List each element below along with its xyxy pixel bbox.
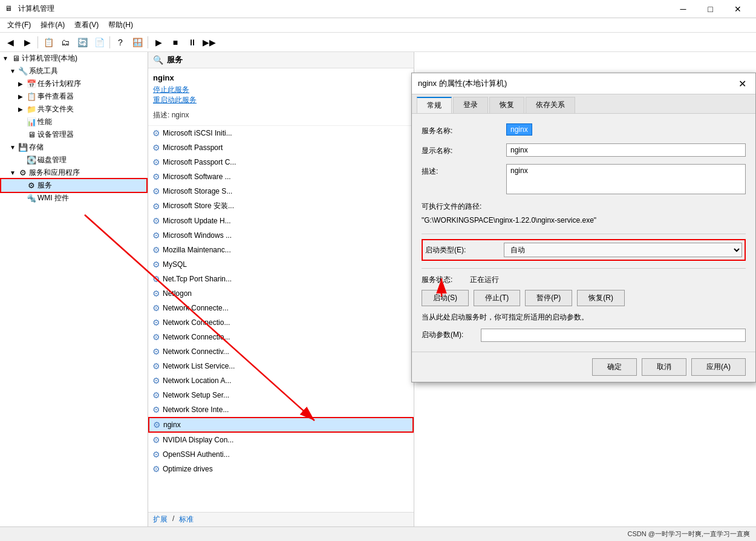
tab-login[interactable]: 登录 xyxy=(453,97,488,113)
tree-item-services-apps[interactable]: ▼ ⚙ 服务和应用程序 xyxy=(0,166,148,179)
dialog-tabs: 常规 登录 恢复 依存关系 xyxy=(412,94,755,114)
new-window-button[interactable]: 🪟 xyxy=(129,35,145,50)
menu-help[interactable]: 帮助(H) xyxy=(103,19,138,31)
tab-extend[interactable]: 扩展 xyxy=(153,514,168,525)
service-item-label: Network List Service... xyxy=(163,362,235,370)
root-icon: 🖥 xyxy=(11,54,21,64)
tab-general[interactable]: 常规 xyxy=(417,97,452,113)
nginx-list-item[interactable]: ⚙ nginx xyxy=(148,417,414,433)
dialog-close-button[interactable]: ✕ xyxy=(735,77,749,90)
show-action-pane-button[interactable]: 📋 xyxy=(41,35,56,50)
nginx-info-panel: nginx 停止此服务 重启动此服务 描述: nginx xyxy=(148,68,414,126)
event-label: 事件查看器 xyxy=(37,91,74,102)
tab-recovery[interactable]: 恢复 xyxy=(489,97,524,113)
service-item-label: Optimize drives xyxy=(163,465,213,473)
list-item[interactable]: ⚙ Network Connectiv... xyxy=(148,344,414,359)
list-item[interactable]: ⚙ Network Connectio... xyxy=(148,330,414,344)
task-icon: 📅 xyxy=(27,79,36,89)
left-panel: ▼ 🖥 计算机管理(本地) ▼ 🔧 系统工具 ▶ 📅 任务计划程序 ▶ 📋 事件… xyxy=(0,52,148,526)
list-item[interactable]: ⚙ Microsoft Update H... xyxy=(148,214,414,228)
tree-item-services[interactable]: ⚙ 服务 xyxy=(0,179,148,192)
view-button[interactable]: 🗂 xyxy=(57,35,73,50)
tree-item-system-tools[interactable]: ▼ 🔧 系统工具 xyxy=(0,65,148,77)
stop-tb-button[interactable]: ■ xyxy=(168,35,183,50)
list-item[interactable]: ⚙ Microsoft Windows ... xyxy=(148,228,414,243)
list-item[interactable]: ⚙ Network Location A... xyxy=(148,373,414,388)
back-button[interactable]: ◀ xyxy=(2,35,18,50)
tree-item-storage[interactable]: ▼ 💾 存储 xyxy=(0,141,148,154)
menu-action[interactable]: 操作(A) xyxy=(36,19,70,31)
list-item[interactable]: ⚙ Netlogon xyxy=(148,286,414,301)
tree-item-event-viewer[interactable]: ▶ 📋 事件查看器 xyxy=(0,90,148,103)
services-title: 服务 xyxy=(167,54,183,65)
nginx-desc-panel: 描述: nginx xyxy=(153,110,409,120)
tab-standard[interactable]: 标准 xyxy=(179,514,194,525)
startup-params-row: 启动参数(M): xyxy=(422,329,746,342)
desc-textarea[interactable] xyxy=(506,164,746,194)
tree-root[interactable]: ▼ 🖥 计算机管理(本地) xyxy=(0,52,148,65)
status-value: 正在运行 xyxy=(470,275,499,285)
list-item[interactable]: ⚙ NVIDIA Display Con... xyxy=(148,433,414,447)
stop-service-button[interactable]: 停止(T) xyxy=(474,290,520,306)
menu-view[interactable]: 查看(V) xyxy=(70,19,103,31)
list-item[interactable]: ⚙ Mozilla Maintenanc... xyxy=(148,243,414,257)
param-input[interactable] xyxy=(481,329,746,342)
stop-service-link[interactable]: 停止此服务 xyxy=(153,85,409,95)
list-item[interactable]: ⚙ Network Store Inte... xyxy=(148,402,414,417)
dialog-content: 服务名称: nginx 显示名称: 描述: 可执行文件的路径: "G:\WORK… xyxy=(412,114,755,352)
refresh-button[interactable]: 🔄 xyxy=(74,35,90,50)
service-item-label: Microsoft Update H... xyxy=(163,217,231,225)
tree-item-performance[interactable]: 📊 性能 xyxy=(0,116,148,128)
start-button[interactable]: ▶ xyxy=(151,35,166,50)
status-section: 服务状态: 正在运行 启动(S) 停止(T) 暂停(P) 恢复(R) 当从此处启… xyxy=(422,268,746,342)
service-gear-icon: ⚙ xyxy=(152,186,160,196)
root-expand-arrow: ▼ xyxy=(2,55,11,62)
resume-tb-button[interactable]: ▶▶ xyxy=(201,35,217,50)
list-item[interactable]: ⚙ Microsoft Storage S... xyxy=(148,184,414,198)
restart-service-link[interactable]: 重启动此服务 xyxy=(153,95,409,105)
tree-item-shared-folders[interactable]: ▶ 📁 共享文件夹 xyxy=(0,103,148,116)
maximize-button[interactable]: □ xyxy=(697,0,724,18)
service-gear-icon: ⚙ xyxy=(152,435,160,445)
tree-item-wmi[interactable]: 🔩 WMI 控件 xyxy=(0,192,148,205)
display-name-input[interactable] xyxy=(506,143,746,157)
forward-button[interactable]: ▶ xyxy=(19,35,35,50)
list-item[interactable]: ⚙ Microsoft Store 安装... xyxy=(148,198,414,214)
start-service-button[interactable]: 启动(S) xyxy=(422,290,469,306)
list-item[interactable]: ⚙ Network List Service... xyxy=(148,359,414,373)
service-gear-icon: ⚙ xyxy=(152,318,160,327)
list-item[interactable]: ⚙ Microsoft Software ... xyxy=(148,169,414,184)
list-item[interactable]: ⚙ Net.Tcp Port Sharin... xyxy=(148,272,414,286)
cancel-button[interactable]: 取消 xyxy=(642,358,686,376)
startup-type-select[interactable]: 自动 手动 禁用 xyxy=(504,243,742,257)
help-button[interactable]: ? xyxy=(112,35,128,50)
list-item[interactable]: ⚙ Network Connecte... xyxy=(148,301,414,315)
properties-button[interactable]: 📄 xyxy=(91,35,107,50)
service-item-label: Netlogon xyxy=(163,289,192,298)
minimize-button[interactable]: ─ xyxy=(670,0,697,18)
menu-file[interactable]: 文件(F) xyxy=(2,19,36,31)
list-item[interactable]: ⚙ Network Setup Ser... xyxy=(148,388,414,402)
list-item[interactable]: ⚙ Microsoft Passport C... xyxy=(148,155,414,169)
tree-item-device-manager[interactable]: 🖥 设备管理器 xyxy=(0,128,148,141)
list-item[interactable]: ⚙ Network Connectio... xyxy=(148,315,414,330)
list-item[interactable]: ⚙ Microsoft Passport xyxy=(148,140,414,155)
tab-dependencies[interactable]: 依存关系 xyxy=(526,97,575,113)
tree-item-task-scheduler[interactable]: ▶ 📅 任务计划程序 xyxy=(0,77,148,90)
list-item[interactable]: ⚙ Microsoft iSCSI Initi... xyxy=(148,126,414,140)
pause-service-button[interactable]: 暂停(P) xyxy=(525,290,572,306)
service-gear-icon: ⚙ xyxy=(152,303,160,313)
list-item[interactable]: ⚙ Optimize drives xyxy=(148,462,414,476)
service-name-value: nginx xyxy=(506,123,532,136)
resume-service-button[interactable]: 恢复(R) xyxy=(577,290,625,306)
shared-label: 共享文件夹 xyxy=(37,104,74,114)
ok-button[interactable]: 确定 xyxy=(592,358,637,376)
list-item[interactable]: ⚙ OpenSSH Authenti... xyxy=(148,447,414,462)
list-item[interactable]: ⚙ MySQL xyxy=(148,257,414,272)
close-button[interactable]: ✕ xyxy=(724,0,751,18)
apply-button[interactable]: 应用(A) xyxy=(691,358,746,376)
pause-tb-button[interactable]: ⏸ xyxy=(184,35,200,50)
tree-item-disk-management[interactable]: 💽 磁盘管理 xyxy=(0,154,148,166)
service-gear-icon: ⚙ xyxy=(152,376,160,385)
display-name-row: 显示名称: xyxy=(422,143,746,157)
